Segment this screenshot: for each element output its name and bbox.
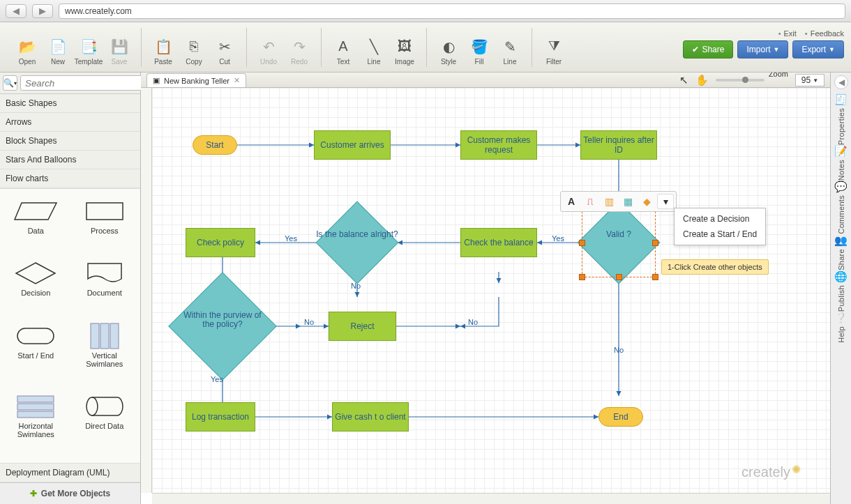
svg-marker-0 — [15, 203, 57, 220]
cut-button[interactable]: ✂Cut — [210, 37, 239, 67]
canvas[interactable]: Start Customer arrives Customer makes re… — [152, 88, 830, 493]
export-button[interactable]: Export ▼ — [792, 40, 844, 59]
collapse-rail-icon[interactable]: ◀ — [834, 75, 848, 89]
forward-button[interactable]: ▶ — [32, 4, 53, 18]
search-icon[interactable]: 🔍▾ — [3, 75, 17, 91]
fill-button[interactable]: 🪣Fill — [465, 37, 494, 67]
pan-tool-icon[interactable]: ✋ — [695, 74, 709, 86]
shape-sidebar: 🔍▾ Basic ShapesArrowsBlock ShapesStars A… — [0, 72, 141, 504]
node-give-cash[interactable]: Give cash t o client — [332, 402, 409, 432]
zoom-slider[interactable] — [716, 79, 765, 82]
ctx-text-icon[interactable]: A — [563, 194, 580, 209]
svg-rect-4 — [91, 323, 99, 349]
right-rail: ◀ 🧾Properties📝Notes💬Comments👥Share🌐Publi… — [830, 72, 851, 504]
decision-shape-icon — [13, 261, 58, 286]
line2-icon: ✎ — [500, 37, 520, 56]
category-stars-and-balloons[interactable]: Stars And Balloons — [0, 151, 140, 169]
line2-button[interactable]: ✎Line — [495, 37, 525, 67]
get-more-objects[interactable]: Get More Objects — [0, 482, 140, 504]
selection-outline — [582, 208, 656, 277]
search-input[interactable] — [20, 75, 149, 91]
line-button[interactable]: ╲Line — [359, 37, 389, 67]
palette-decision[interactable]: Decision — [3, 257, 69, 316]
category-arrows[interactable]: Arrows — [0, 113, 140, 132]
svg-rect-6 — [110, 323, 119, 349]
palette-startend[interactable]: Start / End — [3, 319, 69, 387]
svg-rect-8 — [17, 404, 54, 410]
palette-process[interactable]: Process — [72, 194, 138, 254]
process-shape-icon — [82, 199, 127, 224]
back-button[interactable]: ◀ — [6, 4, 27, 18]
template-icon: 📑 — [79, 37, 98, 56]
node-reject[interactable]: Reject — [329, 312, 396, 341]
horizontal-scrollbar[interactable] — [152, 493, 830, 504]
image-button[interactable]: 🖼Image — [390, 37, 419, 67]
node-check-policy[interactable]: Check policy — [186, 228, 255, 257]
feedback-link[interactable]: Feedback — [805, 29, 844, 38]
ctx-menu-decision[interactable]: Create a Decision — [675, 211, 765, 227]
category-deployment[interactable]: Deployment Diagram (UML) — [0, 464, 140, 482]
new-button[interactable]: 📄New — [43, 37, 73, 67]
ctx-table-icon[interactable]: ▦ — [619, 194, 636, 209]
exit-link[interactable]: Exit — [778, 29, 797, 38]
startend-shape-icon — [13, 323, 58, 349]
page-icon: ▣ — [153, 76, 160, 85]
node-teller-id[interactable]: Teller inquires after ID — [580, 130, 657, 160]
palette-vswim[interactable]: Vertical Swimlanes — [72, 319, 138, 387]
category-basic-shapes[interactable]: Basic Shapes — [0, 94, 140, 113]
node-start[interactable]: Start — [193, 135, 237, 155]
node-customer-arrives[interactable]: Customer arrives — [314, 130, 391, 160]
filter-button[interactable]: ⧩Filter — [539, 37, 568, 67]
rail-help[interactable]: ❔Help — [834, 312, 848, 343]
close-tab-icon[interactable]: ✕ — [234, 76, 240, 85]
ctx-shape-icon[interactable]: ◆ — [638, 194, 655, 209]
share-button[interactable]: ✔ Share — [683, 40, 733, 59]
comments-icon: 💬 — [834, 181, 848, 193]
node-end[interactable]: End — [598, 407, 643, 427]
contextual-toolbar[interactable]: A ⎍ ▥ ▦ ◆ ▾ — [560, 191, 677, 212]
save-button[interactable]: 💾Save — [105, 37, 134, 67]
palette-hswim[interactable]: Horizontal Swimlanes — [3, 390, 69, 457]
rail-publish[interactable]: 🌐Publish — [834, 270, 848, 312]
palette-document[interactable]: Document — [72, 257, 138, 316]
open-button[interactable]: 📂Open — [13, 37, 42, 67]
ctx-connector-icon[interactable]: ⎍ — [582, 194, 598, 209]
url-bar[interactable]: www.creately.com — [59, 3, 845, 19]
ctx-menu-startend[interactable]: Create a Start / End — [675, 227, 765, 242]
vertical-ruler — [141, 88, 152, 493]
node-check-balance[interactable]: Check the balance — [460, 228, 537, 257]
svg-rect-5 — [100, 323, 109, 349]
pointer-tool-icon[interactable]: ↖ — [679, 74, 688, 86]
style-button[interactable]: ◐Style — [434, 37, 463, 67]
data-shape-icon — [13, 199, 58, 224]
copy-button[interactable]: ⎘Copy — [179, 37, 209, 67]
import-button[interactable]: Import ▼ — [737, 40, 788, 59]
rail-comments[interactable]: 💬Comments — [834, 181, 848, 234]
canvas-area: ▣ New Banking Teller ✕ ↖ ✋ Zoom 95▼ — [141, 72, 830, 504]
ctx-dropdown-icon[interactable]: ▾ — [657, 194, 674, 209]
template-button[interactable]: 📑Template — [74, 37, 103, 67]
zoom-value-box[interactable]: 95▼ — [795, 74, 824, 86]
redo-button[interactable]: ↷Redo — [285, 37, 314, 67]
document-shape-icon — [82, 261, 127, 286]
category-block-shapes[interactable]: Block Shapes — [0, 132, 140, 151]
undo-button[interactable]: ↶Undo — [254, 37, 283, 67]
palette-directdata[interactable]: Direct Data — [72, 390, 138, 457]
rail-properties[interactable]: 🧾Properties — [834, 93, 848, 145]
hint-tooltip: 1-Click Create other objects — [661, 259, 769, 275]
notes-icon: 📝 — [834, 145, 848, 158]
palette-data[interactable]: Data — [3, 194, 69, 254]
rail-share[interactable]: 👥Share — [834, 234, 848, 270]
text-button[interactable]: AText — [329, 37, 358, 67]
publish-icon: 🌐 — [834, 270, 848, 283]
rail-notes[interactable]: 📝Notes — [834, 145, 848, 181]
context-create-menu[interactable]: Create a Decision Create a Start / End — [674, 208, 766, 245]
node-log-tx[interactable]: Log transaction — [186, 402, 255, 432]
node-customer-request[interactable]: Customer makes request — [460, 130, 537, 160]
svg-rect-7 — [17, 396, 54, 402]
paste-button[interactable]: 📋Paste — [149, 37, 178, 67]
style-icon: ◐ — [439, 37, 458, 56]
ctx-layer-icon[interactable]: ▥ — [601, 194, 617, 209]
category-flow-charts[interactable]: Flow charts — [0, 169, 140, 188]
document-tab[interactable]: ▣ New Banking Teller ✕ — [146, 73, 246, 87]
